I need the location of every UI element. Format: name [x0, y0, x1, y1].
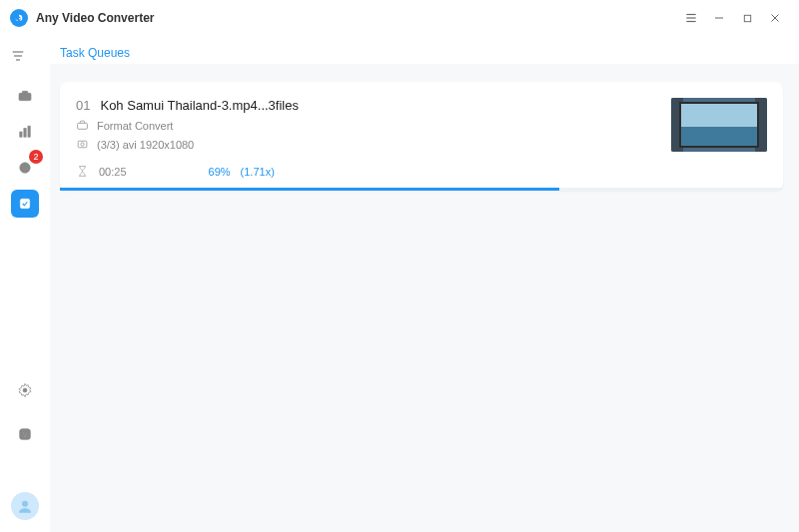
- sidebar-item-tasks[interactable]: [11, 190, 39, 218]
- app-logo: [10, 9, 28, 27]
- sidebar-item-downloads[interactable]: 2: [11, 154, 39, 182]
- app-title: Any Video Converter: [36, 11, 154, 25]
- task-thumbnail: [671, 98, 767, 152]
- titlebar: Any Video Converter: [0, 0, 799, 36]
- svg-rect-16: [20, 199, 29, 208]
- svg-rect-4: [744, 15, 750, 21]
- svg-rect-21: [78, 123, 88, 129]
- sidebar-item-toolbox[interactable]: [11, 82, 39, 110]
- svg-rect-14: [28, 126, 30, 137]
- task-percent: 69%: [209, 166, 231, 178]
- avatar[interactable]: [11, 492, 39, 520]
- menu-button[interactable]: [677, 4, 705, 32]
- task-operation-row: Format Convert: [76, 119, 767, 132]
- sidebar-item-stats[interactable]: [11, 118, 39, 146]
- svg-rect-12: [20, 132, 22, 137]
- close-button[interactable]: [761, 4, 789, 32]
- filter-icon[interactable]: [4, 44, 32, 68]
- task-progress: [60, 188, 783, 191]
- task-elapsed: 00:25: [99, 166, 127, 178]
- task-details-row: (3/3) avi 1920x1080: [76, 138, 767, 151]
- svg-rect-22: [78, 141, 87, 148]
- svg-text:?: ?: [23, 430, 27, 439]
- task-details: (3/3) avi 1920x1080: [97, 139, 194, 151]
- svg-rect-13: [24, 129, 26, 138]
- task-speed: (1.71x): [241, 166, 275, 178]
- minimize-button[interactable]: [705, 4, 733, 32]
- task-progress-bar: [60, 188, 559, 191]
- svg-point-17: [23, 388, 27, 392]
- hourglass-icon: [76, 165, 89, 178]
- tab-task-queues[interactable]: Task Queues: [60, 46, 130, 60]
- svg-point-15: [20, 163, 31, 174]
- downloads-badge: 2: [29, 150, 43, 164]
- task-operation: Format Convert: [97, 120, 173, 132]
- svg-point-23: [81, 143, 84, 146]
- task-index: 01: [76, 98, 90, 113]
- svg-rect-10: [19, 93, 31, 100]
- maximize-button[interactable]: [733, 4, 761, 32]
- task-status-row: 00:25 69% (1.71x): [76, 151, 767, 188]
- sidebar: 2 ?: [0, 36, 50, 532]
- help-icon[interactable]: ?: [11, 420, 39, 448]
- main-area: 01 Koh Samui Thailand-3.mp4...3files For…: [50, 64, 799, 532]
- settings-icon[interactable]: [11, 376, 39, 404]
- tabbar: Task Queues: [50, 36, 799, 64]
- task-card[interactable]: 01 Koh Samui Thailand-3.mp4...3files For…: [60, 82, 783, 191]
- task-filename: Koh Samui Thailand-3.mp4...3files: [100, 98, 298, 113]
- svg-rect-11: [22, 91, 27, 94]
- svg-point-20: [22, 501, 28, 507]
